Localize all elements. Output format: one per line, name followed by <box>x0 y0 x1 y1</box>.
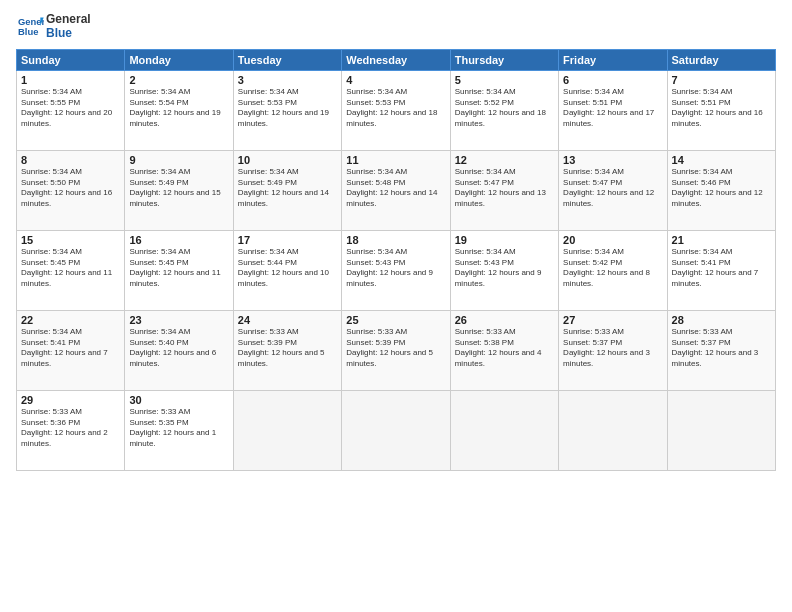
calendar-cell: 11Sunrise: 5:34 AMSunset: 5:48 PMDayligh… <box>342 150 450 230</box>
weekday-header-thursday: Thursday <box>450 49 558 70</box>
calendar-table: SundayMondayTuesdayWednesdayThursdayFrid… <box>16 49 776 471</box>
day-number: 13 <box>563 154 662 166</box>
day-info: Sunrise: 5:34 AMSunset: 5:49 PMDaylight:… <box>129 167 228 210</box>
day-info: Sunrise: 5:34 AMSunset: 5:53 PMDaylight:… <box>346 87 445 130</box>
day-info: Sunrise: 5:34 AMSunset: 5:45 PMDaylight:… <box>21 247 120 290</box>
day-info: Sunrise: 5:34 AMSunset: 5:55 PMDaylight:… <box>21 87 120 130</box>
logo-text: General Blue <box>46 12 91 41</box>
calendar-cell: 4Sunrise: 5:34 AMSunset: 5:53 PMDaylight… <box>342 70 450 150</box>
day-info: Sunrise: 5:34 AMSunset: 5:50 PMDaylight:… <box>21 167 120 210</box>
calendar-cell: 13Sunrise: 5:34 AMSunset: 5:47 PMDayligh… <box>559 150 667 230</box>
weekday-header-friday: Friday <box>559 49 667 70</box>
day-info: Sunrise: 5:33 AMSunset: 5:36 PMDaylight:… <box>21 407 120 450</box>
day-number: 29 <box>21 394 120 406</box>
day-info: Sunrise: 5:34 AMSunset: 5:48 PMDaylight:… <box>346 167 445 210</box>
calendar-cell: 20Sunrise: 5:34 AMSunset: 5:42 PMDayligh… <box>559 230 667 310</box>
calendar-cell: 27Sunrise: 5:33 AMSunset: 5:37 PMDayligh… <box>559 310 667 390</box>
day-info: Sunrise: 5:33 AMSunset: 5:37 PMDaylight:… <box>672 327 771 370</box>
day-number: 30 <box>129 394 228 406</box>
calendar-cell: 3Sunrise: 5:34 AMSunset: 5:53 PMDaylight… <box>233 70 341 150</box>
day-info: Sunrise: 5:34 AMSunset: 5:51 PMDaylight:… <box>563 87 662 130</box>
day-number: 14 <box>672 154 771 166</box>
calendar-cell <box>559 390 667 470</box>
day-number: 7 <box>672 74 771 86</box>
calendar-cell: 24Sunrise: 5:33 AMSunset: 5:39 PMDayligh… <box>233 310 341 390</box>
logo-icon: General Blue <box>16 14 44 38</box>
day-number: 11 <box>346 154 445 166</box>
calendar-cell: 23Sunrise: 5:34 AMSunset: 5:40 PMDayligh… <box>125 310 233 390</box>
day-info: Sunrise: 5:34 AMSunset: 5:41 PMDaylight:… <box>672 247 771 290</box>
day-number: 2 <box>129 74 228 86</box>
day-number: 9 <box>129 154 228 166</box>
day-number: 4 <box>346 74 445 86</box>
day-info: Sunrise: 5:34 AMSunset: 5:47 PMDaylight:… <box>563 167 662 210</box>
day-number: 12 <box>455 154 554 166</box>
calendar-cell: 29Sunrise: 5:33 AMSunset: 5:36 PMDayligh… <box>17 390 125 470</box>
calendar-cell: 22Sunrise: 5:34 AMSunset: 5:41 PMDayligh… <box>17 310 125 390</box>
weekday-header-wednesday: Wednesday <box>342 49 450 70</box>
calendar-week-row: 15Sunrise: 5:34 AMSunset: 5:45 PMDayligh… <box>17 230 776 310</box>
day-number: 5 <box>455 74 554 86</box>
calendar-cell <box>450 390 558 470</box>
day-info: Sunrise: 5:34 AMSunset: 5:43 PMDaylight:… <box>346 247 445 290</box>
weekday-header-sunday: Sunday <box>17 49 125 70</box>
calendar-cell: 5Sunrise: 5:34 AMSunset: 5:52 PMDaylight… <box>450 70 558 150</box>
day-number: 6 <box>563 74 662 86</box>
day-info: Sunrise: 5:33 AMSunset: 5:35 PMDaylight:… <box>129 407 228 450</box>
day-number: 21 <box>672 234 771 246</box>
calendar-cell: 6Sunrise: 5:34 AMSunset: 5:51 PMDaylight… <box>559 70 667 150</box>
calendar-cell: 18Sunrise: 5:34 AMSunset: 5:43 PMDayligh… <box>342 230 450 310</box>
calendar-cell <box>667 390 775 470</box>
day-number: 8 <box>21 154 120 166</box>
day-info: Sunrise: 5:34 AMSunset: 5:41 PMDaylight:… <box>21 327 120 370</box>
day-info: Sunrise: 5:34 AMSunset: 5:40 PMDaylight:… <box>129 327 228 370</box>
calendar-cell: 8Sunrise: 5:34 AMSunset: 5:50 PMDaylight… <box>17 150 125 230</box>
day-number: 1 <box>21 74 120 86</box>
calendar-week-row: 22Sunrise: 5:34 AMSunset: 5:41 PMDayligh… <box>17 310 776 390</box>
day-info: Sunrise: 5:34 AMSunset: 5:51 PMDaylight:… <box>672 87 771 130</box>
day-number: 18 <box>346 234 445 246</box>
calendar-cell: 26Sunrise: 5:33 AMSunset: 5:38 PMDayligh… <box>450 310 558 390</box>
day-info: Sunrise: 5:34 AMSunset: 5:49 PMDaylight:… <box>238 167 337 210</box>
day-number: 16 <box>129 234 228 246</box>
day-info: Sunrise: 5:34 AMSunset: 5:46 PMDaylight:… <box>672 167 771 210</box>
calendar-cell: 1Sunrise: 5:34 AMSunset: 5:55 PMDaylight… <box>17 70 125 150</box>
calendar-cell: 12Sunrise: 5:34 AMSunset: 5:47 PMDayligh… <box>450 150 558 230</box>
weekday-header-tuesday: Tuesday <box>233 49 341 70</box>
day-number: 28 <box>672 314 771 326</box>
calendar-week-row: 8Sunrise: 5:34 AMSunset: 5:50 PMDaylight… <box>17 150 776 230</box>
day-number: 23 <box>129 314 228 326</box>
calendar-cell: 25Sunrise: 5:33 AMSunset: 5:39 PMDayligh… <box>342 310 450 390</box>
calendar-week-row: 1Sunrise: 5:34 AMSunset: 5:55 PMDaylight… <box>17 70 776 150</box>
svg-text:Blue: Blue <box>18 26 38 37</box>
day-number: 3 <box>238 74 337 86</box>
day-info: Sunrise: 5:34 AMSunset: 5:53 PMDaylight:… <box>238 87 337 130</box>
calendar-cell: 2Sunrise: 5:34 AMSunset: 5:54 PMDaylight… <box>125 70 233 150</box>
calendar-cell: 30Sunrise: 5:33 AMSunset: 5:35 PMDayligh… <box>125 390 233 470</box>
calendar-cell <box>342 390 450 470</box>
day-number: 10 <box>238 154 337 166</box>
calendar-cell: 14Sunrise: 5:34 AMSunset: 5:46 PMDayligh… <box>667 150 775 230</box>
weekday-header-row: SundayMondayTuesdayWednesdayThursdayFrid… <box>17 49 776 70</box>
day-info: Sunrise: 5:33 AMSunset: 5:39 PMDaylight:… <box>238 327 337 370</box>
day-number: 25 <box>346 314 445 326</box>
day-info: Sunrise: 5:34 AMSunset: 5:54 PMDaylight:… <box>129 87 228 130</box>
day-info: Sunrise: 5:33 AMSunset: 5:39 PMDaylight:… <box>346 327 445 370</box>
calendar-cell <box>233 390 341 470</box>
calendar-week-row: 29Sunrise: 5:33 AMSunset: 5:36 PMDayligh… <box>17 390 776 470</box>
calendar-cell: 15Sunrise: 5:34 AMSunset: 5:45 PMDayligh… <box>17 230 125 310</box>
day-info: Sunrise: 5:34 AMSunset: 5:42 PMDaylight:… <box>563 247 662 290</box>
day-info: Sunrise: 5:33 AMSunset: 5:38 PMDaylight:… <box>455 327 554 370</box>
calendar-cell: 28Sunrise: 5:33 AMSunset: 5:37 PMDayligh… <box>667 310 775 390</box>
day-number: 15 <box>21 234 120 246</box>
day-number: 20 <box>563 234 662 246</box>
weekday-header-saturday: Saturday <box>667 49 775 70</box>
day-info: Sunrise: 5:34 AMSunset: 5:52 PMDaylight:… <box>455 87 554 130</box>
calendar-cell: 17Sunrise: 5:34 AMSunset: 5:44 PMDayligh… <box>233 230 341 310</box>
day-number: 27 <box>563 314 662 326</box>
day-info: Sunrise: 5:34 AMSunset: 5:43 PMDaylight:… <box>455 247 554 290</box>
calendar-cell: 16Sunrise: 5:34 AMSunset: 5:45 PMDayligh… <box>125 230 233 310</box>
calendar-cell: 9Sunrise: 5:34 AMSunset: 5:49 PMDaylight… <box>125 150 233 230</box>
logo: General Blue General Blue <box>16 12 91 41</box>
day-number: 26 <box>455 314 554 326</box>
